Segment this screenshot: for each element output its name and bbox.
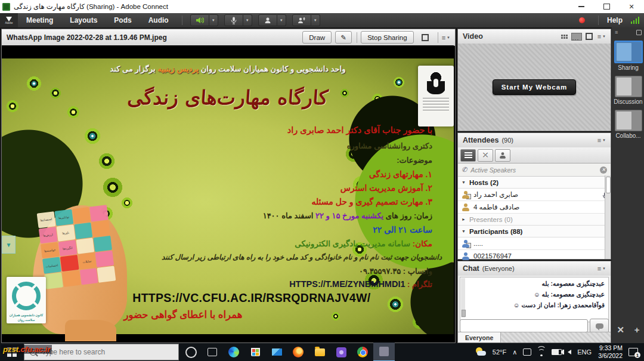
layout-thumb-sharing[interactable]: [614, 41, 643, 63]
attendees-pod-menu-button[interactable]: ≡▼: [597, 137, 606, 144]
layout-label-discussion: Discussion: [612, 98, 644, 105]
participant-row[interactable]: .....: [458, 237, 611, 250]
participants-group-header[interactable]: ▼ Participants (88): [458, 226, 611, 237]
firefox-button[interactable]: [287, 343, 309, 361]
edge-button[interactable]: [223, 343, 244, 361]
webcam-dropdown[interactable]: ▼: [277, 14, 286, 26]
hosts-group-header[interactable]: ▼ Hosts (2): [458, 177, 611, 189]
layout-thumb-collaboration[interactable]: [615, 110, 642, 131]
participant-avatar: [462, 240, 470, 248]
mail-button[interactable]: [266, 343, 287, 361]
share-pod-menu-button[interactable]: ≡▼: [442, 34, 450, 41]
poster-organizer-line: واحد دانشجویی و کانون همیاران سلامت روان…: [2, 64, 454, 73]
tray-expand-chevron[interactable]: ∧: [509, 343, 520, 361]
pointer-tool-button[interactable]: ✎: [335, 31, 352, 44]
speaker-dropdown[interactable]: ▼: [209, 14, 218, 26]
speaker-button[interactable]: ▼: [190, 14, 218, 26]
chat-tab-everyone[interactable]: Everyone: [458, 332, 501, 343]
layout-sidebar-menu-button[interactable]: ≡: [615, 29, 618, 35]
university-logo: [418, 66, 454, 126]
raise-hand-button[interactable]: ▼: [292, 14, 320, 26]
search-input[interactable]: [41, 347, 162, 357]
connection-signal-icon[interactable]: [630, 17, 639, 24]
attendees-scrollbar[interactable]: [605, 175, 611, 259]
layout-label-collaboration: Collabo...: [612, 132, 644, 139]
poster-title: کارگاه مهارت‌های زندگی: [2, 86, 454, 109]
start-webcam-button[interactable]: Start My Webcam: [493, 79, 577, 95]
presenters-group-header[interactable]: ► Presenters (0): [458, 214, 611, 226]
webcam-button[interactable]: ▼: [258, 14, 286, 26]
chat-pod: Chat (Everyone) ≡▼ عبدچنگیزی معصومه: بله…: [457, 261, 611, 343]
microphone-dropdown[interactable]: ▼: [243, 14, 252, 26]
raise-hand-dropdown[interactable]: ▼: [311, 14, 320, 26]
poster-presenter-line: با حضور جناب آقای دکتر احمد صابری راد: [287, 125, 432, 135]
minimize-button[interactable]: [569, 0, 594, 13]
video-fullscreen-icon[interactable]: [586, 33, 593, 40]
active-speakers-close-icon[interactable]: ✕: [600, 166, 607, 174]
notification-center-icon[interactable]: 1: [628, 348, 638, 356]
active-speakers-row: ✆ Active Speakers ✕: [458, 163, 611, 177]
scroll-overlay-arrow[interactable]: ▼: [2, 236, 16, 254]
clock-date: 3/6/2022: [598, 352, 623, 360]
chat-message: عبدچنگیزی معصومه: بله: [464, 280, 605, 287]
host-row[interactable]: صادقی فاطمه 4: [458, 201, 611, 214]
attendees-count: (90): [501, 137, 513, 144]
cortana-button[interactable]: [180, 343, 202, 361]
poster-whatsapp-line: واتساپ : ۰۹.۳۵۵۹۷.۳۵: [359, 267, 432, 276]
file-explorer-button[interactable]: [309, 343, 330, 361]
attendee-status-view-button[interactable]: [495, 149, 510, 162]
send-message-button[interactable]: [590, 319, 609, 333]
breakout-view-button[interactable]: ⤫: [478, 149, 493, 162]
weather-icon[interactable]: [475, 347, 487, 357]
recording-indicator-icon: [579, 17, 585, 23]
menu-pods[interactable]: Pods: [106, 16, 140, 24]
taskbar-clock[interactable]: 9:33 PM 3/6/2022: [595, 344, 626, 360]
close-button[interactable]: ✕: [619, 0, 644, 13]
chat-scrollbar[interactable]: [461, 278, 465, 317]
kmplayer-button[interactable]: [330, 343, 352, 361]
attendee-list-view-button[interactable]: [460, 149, 476, 162]
video-pod-menu-button[interactable]: ≡: [597, 33, 601, 40]
chat-title: Chat: [463, 264, 479, 273]
menu-audio[interactable]: Audio: [140, 16, 177, 24]
host-row[interactable]: صابری احمد راد: [458, 189, 611, 201]
wifi-icon[interactable]: [537, 349, 546, 356]
stop-sharing-button[interactable]: Stop Sharing: [361, 31, 414, 44]
battery-icon[interactable]: [552, 349, 562, 355]
store-button[interactable]: [244, 343, 266, 361]
layout-thumb-discussion[interactable]: [615, 76, 642, 97]
tablet-mode-icon[interactable]: [523, 348, 531, 356]
video-pod-title: Video: [463, 32, 483, 41]
filmstrip-view-icon[interactable]: [571, 33, 582, 41]
fullscreen-icon: [422, 34, 429, 41]
volume-icon[interactable]: [568, 350, 571, 354]
language-indicator[interactable]: ENG: [574, 343, 595, 361]
chat-pod-menu-button[interactable]: ≡▼: [597, 265, 606, 272]
menu-layouts[interactable]: Layouts: [61, 16, 106, 24]
draw-button[interactable]: Draw: [302, 31, 332, 44]
task-view-button[interactable]: [202, 343, 223, 361]
menu-meeting[interactable]: Meeting: [18, 16, 61, 24]
help-menu[interactable]: Help: [607, 16, 623, 24]
chat-input[interactable]: [460, 319, 588, 332]
temperature-label[interactable]: 52°F: [490, 343, 509, 361]
microphone-button[interactable]: ▼: [224, 14, 252, 26]
adobe-logo: Adobe: [0, 13, 18, 27]
delete-layout-button[interactable]: ✕: [617, 325, 624, 335]
fullscreen-button[interactable]: [417, 32, 433, 43]
collapse-icon: ▼: [462, 180, 466, 184]
chrome-button[interactable]: [352, 343, 373, 361]
chat-bubble-icon: [596, 323, 603, 329]
chat-message: عبدچنگیزی معصومه: بله ☺: [464, 291, 605, 298]
active-app-button[interactable]: [373, 343, 395, 361]
mail-icon: [272, 348, 282, 356]
add-layout-button[interactable]: +: [634, 325, 640, 335]
store-icon: [251, 348, 260, 356]
video-pod-header: Video ≡▼: [458, 29, 611, 44]
poster-topic-3: ۳. مهارت تصمیم گیری و حل مسئله: [311, 197, 432, 206]
app-icon: [2, 3, 10, 11]
pin-icon[interactable]: [636, 30, 642, 35]
grid-view-icon[interactable]: [561, 35, 568, 39]
maximize-button[interactable]: [594, 0, 619, 13]
title-bar: کارگاه مهارت های زندگی (Sharing) - Adobe…: [0, 0, 644, 14]
